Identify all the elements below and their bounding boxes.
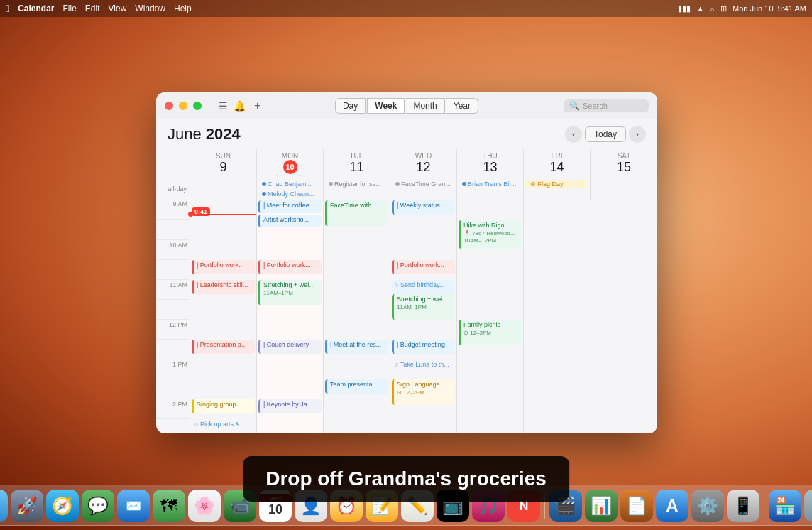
- event-tooltip: Drop off Grandma's groceries: [243, 456, 569, 502]
- dock-launchpad[interactable]: 🚀: [11, 490, 43, 522]
- calendar-month-year: June 2024: [168, 125, 241, 144]
- search-icon-menubar[interactable]: ⌕: [710, 4, 715, 13]
- dock-pages[interactable]: 📄: [620, 490, 653, 522]
- event-pickup-arts-sun[interactable]: ○ Pick up arts &...: [192, 419, 255, 433]
- view-week-button[interactable]: Week: [367, 98, 405, 114]
- event-portfolio-mon[interactable]: | Portfolio work...: [258, 260, 322, 274]
- time-labels-col: 9 AM 10 AM 11 AM 12 PM 1 PM 2 PM 3 PM 4 …: [156, 200, 190, 433]
- event-sign-language-wed[interactable]: Sign Language Club ⊙ 12–2PM: [392, 379, 455, 405]
- event-facetime-tue[interactable]: FaceTime with...: [325, 200, 388, 226]
- minimize-button[interactable]: [179, 102, 187, 110]
- view-month-button[interactable]: Month: [406, 98, 444, 114]
- event-register[interactable]: Register for sa...: [326, 180, 388, 188]
- time-slot-10am: 10 AM: [156, 240, 190, 260]
- notification-icon[interactable]: 🔔: [234, 100, 246, 112]
- time-12-30: [156, 340, 190, 359]
- today-button[interactable]: Today: [585, 126, 626, 142]
- event-portfolio-sun[interactable]: | Portfolio work...: [192, 260, 255, 274]
- event-send-bday-wed[interactable]: ○ Send birthday...: [392, 280, 455, 294]
- day-header-sat: SAT 15: [591, 149, 657, 178]
- dock-numbers[interactable]: 📊: [585, 490, 618, 522]
- all-day-fri: ⊙ Flag Day: [524, 178, 591, 200]
- menu-help[interactable]: Help: [174, 4, 192, 13]
- menubar-right: ▮▮▮ ▲ ⌕ ⊞ Mon Jun 10 9:41 AM: [678, 4, 806, 13]
- day-header-fri: FRI 14: [524, 149, 591, 178]
- day-header-mon: MON 10: [257, 149, 324, 178]
- dock-photos[interactable]: 🌸: [188, 490, 221, 522]
- calendar-grid: SUN 9 MON 10 TUE 11 WED 12 THU 13: [156, 149, 657, 433]
- day-col-mon: | Meet for coffee Artist worksho... | Po…: [257, 200, 324, 433]
- dock-maps[interactable]: 🗺: [153, 490, 185, 522]
- event-keynote-mon[interactable]: | Keynote by Ja...: [258, 399, 322, 413]
- event-family-picnic-fri[interactable]: Family picnic ⊙ 12–3PM: [459, 320, 522, 345]
- menubar:  Calendar File Edit View Window Help ▮▮…: [0, 0, 812, 17]
- event-facetime-gran[interactable]: FaceTime Gran...: [393, 180, 454, 188]
- event-singing-sun[interactable]: Singing group: [192, 399, 255, 413]
- control-center-icon[interactable]: ⊞: [720, 4, 727, 13]
- dock-trash[interactable]: 🗑: [804, 490, 812, 522]
- menu-edit[interactable]: Edit: [85, 4, 100, 13]
- all-day-sun: [190, 178, 257, 200]
- menu-view[interactable]: View: [109, 4, 127, 13]
- event-hike-fri[interactable]: Hike with Rigo 📍 7867 Redwood... 10AM–12…: [459, 220, 522, 249]
- event-stretching-wed[interactable]: Stretching + weights 11AM–1PM: [392, 294, 455, 320]
- day-col-tue: FaceTime with... | Meet at the res... Te…: [324, 200, 390, 433]
- event-team-presenta-tue[interactable]: Team presenta...: [325, 379, 388, 394]
- all-day-wed: FaceTime Gran...: [390, 178, 457, 200]
- dock-iphone[interactable]: 📱: [727, 490, 759, 522]
- time-header-spacer: [156, 149, 190, 178]
- event-artist-mon[interactable]: Artist worksho...: [258, 215, 322, 227]
- dock-finder[interactable]: 😊: [0, 490, 8, 522]
- dock-settings[interactable]: ⚙️: [691, 490, 724, 522]
- event-portfolio-wed[interactable]: | Portfolio work...: [392, 260, 455, 274]
- day-col-fri: Hike with Rigo 📍 7867 Redwood... 10AM–12…: [457, 200, 524, 433]
- app-menu-calendar[interactable]: Calendar: [18, 4, 54, 13]
- event-presentation-sun[interactable]: | Presentation p...: [192, 340, 255, 354]
- event-brian-bday[interactable]: Brian Tran's Bir...: [459, 180, 521, 188]
- event-stretching-mon[interactable]: Stretching + weights 11AM–1PM: [258, 280, 322, 305]
- all-day-row: all-day Chad Benjami... Melody Cheun... …: [156, 178, 657, 200]
- datetime-display: Mon Jun 10 9:41 AM: [733, 4, 806, 13]
- time-11-30: [156, 300, 190, 320]
- battery-icon: ▮▮▮: [678, 4, 691, 13]
- time-slot-1pm: 1 PM: [156, 359, 190, 379]
- event-chad[interactable]: Chad Benjami...: [259, 180, 321, 188]
- event-meet-res-tue[interactable]: | Meet at the res...: [325, 340, 388, 354]
- event-couch-mon[interactable]: | Couch delivery: [258, 340, 322, 354]
- dock-store[interactable]: 🏪: [769, 490, 801, 522]
- event-melody[interactable]: Melody Cheun...: [259, 190, 321, 198]
- event-flag-day[interactable]: ⊙ Flag Day: [526, 180, 588, 188]
- sidebar-toggle[interactable]: ☰: [219, 100, 228, 112]
- event-take-luna-wed[interactable]: ○ Take Luna to th...: [392, 359, 455, 374]
- day-col-sun: | Portfolio work... | Leadership skil...…: [190, 200, 257, 433]
- apple-menu[interactable]: : [6, 3, 9, 14]
- event-coffee-mon[interactable]: | Meet for coffee: [258, 200, 322, 213]
- close-button[interactable]: [165, 102, 173, 110]
- maximize-button[interactable]: [193, 102, 202, 110]
- view-day-button[interactable]: Day: [335, 98, 366, 114]
- search-placeholder: Search: [583, 102, 608, 110]
- dock-safari[interactable]: 🧭: [46, 490, 79, 522]
- search-box[interactable]: 🔍 Search: [564, 99, 649, 112]
- time-2-30: [156, 419, 190, 433]
- dock-appstore[interactable]: A: [656, 490, 688, 522]
- time-grid: 9 AM 10 AM 11 AM 12 PM 1 PM 2 PM 3 PM 4 …: [156, 200, 657, 433]
- event-leadership-sun[interactable]: | Leadership skil...: [192, 280, 255, 294]
- add-event-button[interactable]: +: [254, 99, 260, 112]
- dock-messages[interactable]: 💬: [82, 490, 114, 522]
- dock-mail[interactable]: ✉️: [117, 490, 150, 522]
- time-slot-2pm: 2 PM: [156, 399, 190, 419]
- event-weekly-status-wed[interactable]: | Weekly status: [392, 200, 455, 215]
- dock-separator-2: [764, 493, 764, 519]
- event-budget-wed[interactable]: | Budget meeting: [392, 340, 455, 354]
- calendar-header: June 2024 ‹ Today ›: [156, 119, 657, 149]
- menu-window[interactable]: Window: [135, 4, 165, 13]
- menubar-left:  Calendar File Edit View Window Help: [6, 3, 192, 14]
- time-9-30: [156, 220, 190, 240]
- view-year-button[interactable]: Year: [446, 98, 478, 114]
- nav-next-button[interactable]: ›: [629, 126, 646, 143]
- view-switcher: Day Week Month Year: [335, 98, 478, 114]
- menu-file[interactable]: File: [62, 4, 76, 13]
- day-col-sat: Kids' movie night: [524, 200, 591, 433]
- nav-prev-button[interactable]: ‹: [565, 126, 582, 143]
